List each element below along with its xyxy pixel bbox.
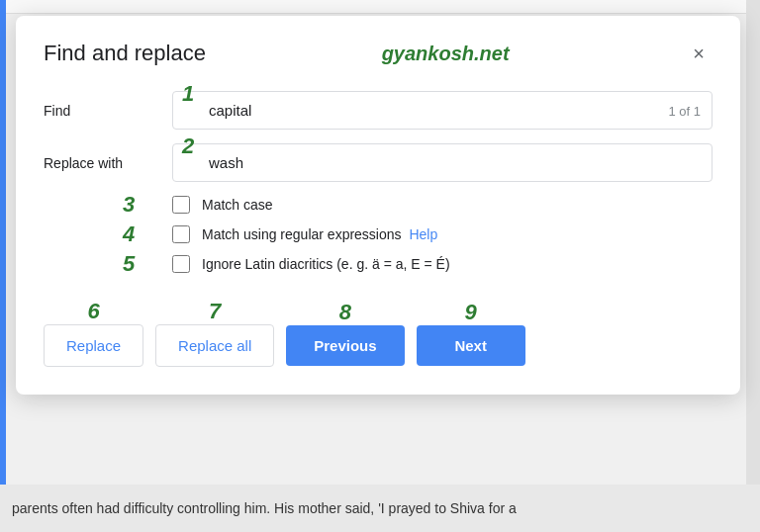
step-5-label: 5	[123, 251, 135, 277]
replace-button-wrap: 6 Replace	[44, 324, 143, 367]
replace-all-button[interactable]: Replace all	[155, 324, 274, 367]
step-7-label: 7	[209, 299, 221, 324]
step-1-label: 1	[182, 81, 194, 107]
find-row: Find 1 1 of 1	[44, 91, 712, 130]
dialog-header: Find and replace gyankosh.net ×	[44, 40, 712, 67]
find-input[interactable]	[172, 91, 712, 130]
step-9-label: 9	[465, 300, 477, 325]
step-2-label: 2	[182, 133, 194, 159]
replace-row: Replace with 2	[44, 143, 712, 182]
find-label: Find	[44, 103, 172, 119]
match-regex-row: 4 Match using regular expressions Help	[172, 225, 712, 243]
match-regex-checkbox[interactable]	[172, 225, 190, 243]
ignore-latin-label: Ignore Latin diacritics (e. g. ä = a, E …	[202, 256, 450, 272]
match-case-label: Match case	[202, 197, 273, 213]
step-3-label: 3	[123, 192, 135, 218]
close-button[interactable]: ×	[685, 40, 712, 67]
find-replace-dialog: Find and replace gyankosh.net × Find 1 1…	[16, 16, 740, 395]
match-case-row: 3 Match case	[172, 196, 712, 214]
buttons-row: 6 Replace 7 Replace all 8 Previous 9 Nex…	[44, 297, 712, 367]
step-6-label: 6	[87, 299, 99, 324]
step-8-label: 8	[339, 300, 351, 325]
previous-button-wrap: 8 Previous	[286, 325, 404, 366]
find-input-wrap: 1 1 of 1	[172, 91, 712, 130]
watermark-text: gyankosh.net	[382, 43, 510, 65]
next-button-wrap: 9 Next	[417, 325, 525, 366]
match-case-checkbox[interactable]	[172, 196, 190, 214]
ignore-latin-row: 5 Ignore Latin diacritics (e. g. ä = a, …	[172, 255, 712, 273]
background-text: parents often had difficulty controlling…	[0, 485, 760, 532]
replace-all-button-wrap: 7 Replace all	[155, 324, 274, 367]
replace-button[interactable]: Replace	[44, 324, 143, 367]
next-button[interactable]: Next	[417, 325, 525, 366]
previous-button[interactable]: Previous	[286, 325, 404, 366]
replace-input[interactable]	[172, 143, 712, 182]
match-regex-label: Match using regular expressions Help	[202, 226, 437, 242]
ignore-latin-checkbox[interactable]	[172, 255, 190, 273]
replace-input-wrap: 2	[172, 143, 712, 182]
replace-label: Replace with	[44, 155, 172, 171]
dialog-title: Find and replace	[44, 41, 206, 66]
find-counter: 1 of 1	[668, 103, 701, 118]
step-4-label: 4	[123, 222, 135, 247]
help-link[interactable]: Help	[409, 226, 437, 242]
